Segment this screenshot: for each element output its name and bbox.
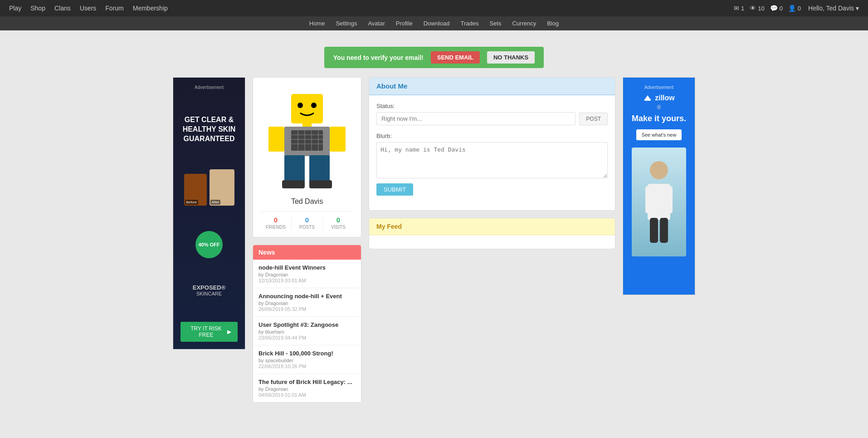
posts-label: POSTS: [292, 225, 322, 230]
post-button[interactable]: POST: [579, 113, 608, 125]
profile-username: Ted Davis: [291, 197, 323, 206]
views-badge[interactable]: 👁 10: [750, 5, 764, 12]
svg-rect-24: [663, 186, 673, 213]
news-header: News: [253, 245, 361, 260]
friends-count: 0: [798, 5, 801, 12]
ad-brand-name: EXPOSED®: [193, 284, 225, 291]
svg-rect-0: [291, 94, 323, 123]
blurb-field-row: Blurb: SUBMIT: [376, 133, 608, 196]
zillow-cta-button[interactable]: See what's new: [636, 129, 682, 140]
news-meta: by spacebuilder 22/06/2019 10:26 PM: [258, 358, 356, 369]
chat-count: 0: [780, 5, 783, 12]
news-author[interactable]: Dragonian: [265, 272, 288, 277]
nav-forum[interactable]: Forum: [105, 5, 123, 12]
left-advertisement: Advertisement GET CLEAR & HEALTHY SKIN G…: [173, 77, 245, 349]
news-date: 22/06/2019 10:26 PM: [258, 364, 356, 369]
person-silhouette: [641, 157, 677, 247]
news-title[interactable]: Announcing node-hill + Event: [258, 293, 356, 300]
nav-membership[interactable]: Membership: [133, 5, 168, 12]
news-title[interactable]: The future of Brick Hill Legacy: ...: [258, 379, 356, 385]
profile-card: Ted Davis 0 FRIENDS 0 POSTS 0 VISITS: [253, 77, 361, 237]
main-layout: Advertisement GET CLEAR & HEALTHY SKIN G…: [0, 77, 868, 412]
visits-count-value: 0: [323, 216, 354, 224]
svg-rect-13: [268, 127, 284, 152]
news-list: node-hill Event Winners by Dragonian 12/…: [253, 260, 361, 402]
submit-button[interactable]: SUBMIT: [376, 183, 413, 196]
news-author[interactable]: spacebuilder: [265, 358, 293, 363]
my-feed-header: My Feed: [369, 218, 615, 235]
mail-icon: ✉: [734, 5, 739, 12]
nav-clans[interactable]: Clans: [54, 5, 71, 12]
ad-cta-label: TRY IT RISK FREE: [187, 325, 225, 338]
nav-download[interactable]: Download: [424, 20, 450, 27]
profile-stats: 0 FRIENDS 0 POSTS 0 VISITS: [260, 211, 354, 230]
blurb-textarea[interactable]: [376, 142, 608, 178]
views-count: 10: [758, 5, 764, 12]
news-author[interactable]: blueham: [265, 329, 284, 335]
news-author[interactable]: Dragonian: [265, 300, 288, 306]
status-label: Status:: [376, 103, 608, 109]
news-title[interactable]: User Spotlight #3: Zangoose: [258, 321, 356, 328]
about-me-section: About Me Status: POST Blurb: S: [369, 77, 615, 211]
news-date: 04/06/2019 01:01 AM: [258, 392, 356, 398]
news-meta: by Dragonian 26/09/2019 05:32 PM: [258, 300, 356, 312]
ad-after-image: After: [210, 169, 234, 206]
left-ad-content: Advertisement GET CLEAR & HEALTHY SKIN G…: [173, 78, 245, 349]
send-email-button[interactable]: SEND EMAIL: [431, 51, 480, 64]
blurb-label: Blurb:: [376, 133, 608, 139]
ad-images: Before After: [184, 169, 234, 206]
status-input[interactable]: [376, 112, 575, 125]
zillow-logo-row: zillow: [643, 94, 675, 103]
stat-posts: 0 POSTS: [292, 216, 323, 230]
svg-rect-3: [302, 122, 312, 127]
no-thanks-button[interactable]: NO THANKS: [487, 51, 535, 64]
friends-label: FRIENDS: [260, 225, 291, 230]
stat-visits: 0 VISITS: [323, 216, 354, 230]
right-advertisement: Advertisement zillow ® Make it yours. Se…: [623, 77, 695, 295]
nav-profile[interactable]: Profile: [396, 20, 413, 27]
user-icon: 👤: [788, 5, 796, 12]
eye-icon: 👁: [750, 5, 756, 12]
friends-count-value: 0: [260, 216, 291, 224]
arrow-right-icon: ▶: [227, 329, 231, 335]
news-item: Brick Hill - 100,000 Strong! by spacebui…: [253, 345, 361, 374]
visits-label: VISITS: [323, 225, 354, 230]
my-feed-section: My Feed: [369, 218, 615, 249]
zillow-ad-image: [632, 148, 686, 256]
svg-rect-14: [330, 127, 346, 152]
nav-avatar[interactable]: Avatar: [368, 20, 385, 27]
nav-trades[interactable]: Trades: [460, 20, 478, 27]
nav-home[interactable]: Home: [309, 20, 325, 27]
nav-settings[interactable]: Settings: [336, 20, 357, 27]
nav-blog[interactable]: Blog: [547, 20, 559, 27]
news-date: 26/09/2019 05:32 PM: [258, 306, 356, 312]
zillow-subtitle: ®: [657, 104, 661, 111]
news-meta: by blueham 23/06/2019 04:44 PM: [258, 329, 356, 340]
zillow-logo-text: zillow: [655, 94, 675, 102]
my-feed-body: [369, 235, 615, 249]
ad-discount-badge: 40% OFF: [195, 231, 223, 258]
news-item: User Spotlight #3: Zangoose by blueham 2…: [253, 317, 361, 345]
nav-play[interactable]: Play: [9, 5, 21, 12]
nav-users[interactable]: Users: [80, 5, 97, 12]
profile-and-news: Ted Davis 0 FRIENDS 0 POSTS 0 VISITS: [253, 77, 361, 403]
about-me-header: About Me: [369, 78, 615, 95]
greeting-text: Hello, Ted Davis: [808, 5, 854, 12]
nav-shop[interactable]: Shop: [30, 5, 45, 12]
chat-badge[interactable]: 💬 0: [770, 5, 783, 12]
user-greeting[interactable]: Hello, Ted Davis ▾: [808, 5, 859, 12]
avatar-container: [262, 85, 352, 194]
nav-sets[interactable]: Sets: [489, 20, 501, 27]
friends-badge[interactable]: 👤 0: [788, 5, 801, 12]
nav-currency[interactable]: Currency: [512, 20, 536, 27]
news-title[interactable]: node-hill Event Winners: [258, 264, 356, 271]
svg-rect-20: [645, 99, 650, 101]
svg-point-1: [297, 103, 303, 108]
mail-badge[interactable]: ✉ 1: [734, 5, 744, 12]
ad-cta-button[interactable]: TRY IT RISK FREE ▶: [180, 322, 238, 342]
news-title[interactable]: Brick Hill - 100,000 Strong!: [258, 350, 356, 357]
ad-label: Advertisement: [644, 85, 673, 90]
ad-label: Advertisement: [195, 85, 224, 90]
dropdown-arrow-icon: ▾: [856, 5, 859, 12]
news-author[interactable]: Dragonian: [265, 386, 288, 392]
